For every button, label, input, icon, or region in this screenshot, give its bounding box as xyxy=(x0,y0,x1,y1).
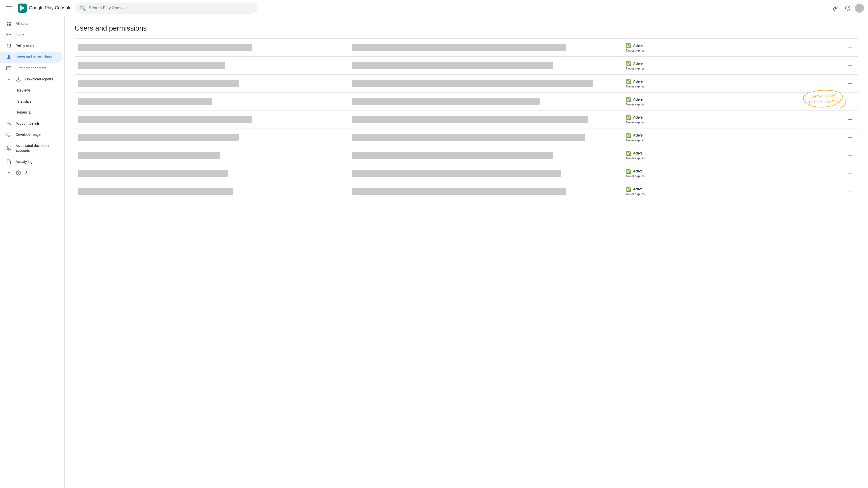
help-icon-button[interactable] xyxy=(843,3,853,13)
navigate-button-2[interactable]: → xyxy=(845,79,855,88)
status-expires: Never expires xyxy=(626,103,777,106)
cell-email-6 xyxy=(349,146,623,164)
sidebar-label-reviews: Reviews xyxy=(17,88,31,93)
sidebar-item-inbox[interactable]: Inbox xyxy=(0,29,62,40)
status-label: Active xyxy=(633,44,643,48)
cell-status-5: ✅ Active Never expires xyxy=(623,128,780,146)
navigate-button-1[interactable]: → xyxy=(845,61,855,70)
sidebar-item-activity-log[interactable]: Activity log xyxy=(0,156,62,167)
account-icon xyxy=(6,121,11,126)
navigate-button-4[interactable]: → xyxy=(845,115,855,124)
cell-status-0: ✅ Active Never expires xyxy=(623,39,780,57)
page-title: Users and permissions xyxy=(75,24,858,32)
navigate-button-5[interactable]: → xyxy=(845,133,855,142)
cell-status-3: ✅ Active Never expires xyxy=(623,92,780,111)
developer-icon xyxy=(6,132,11,137)
sidebar-item-reviews[interactable]: Reviews xyxy=(15,85,62,96)
sidebar-label-download-reports: Download reports xyxy=(25,77,53,82)
status-expires: Never expires xyxy=(626,139,777,142)
navigate-button-7[interactable]: → xyxy=(845,169,855,177)
link-icon xyxy=(833,5,838,11)
cell-email-3 xyxy=(349,92,623,111)
sidebar-item-order-management[interactable]: Order management xyxy=(0,63,62,74)
check-circle-icon: ✅ xyxy=(626,43,631,48)
cell-action-6: → xyxy=(780,146,858,164)
status-cell: ✅ Active Never expires xyxy=(626,186,777,196)
svg-point-20 xyxy=(8,148,9,149)
cell-action-5: → xyxy=(780,128,858,146)
permissions-table: ✅ Active Never expires → ✅ Active Never … xyxy=(75,38,858,200)
cell-status-2: ✅ Active Never expires xyxy=(623,75,780,92)
cell-name-6 xyxy=(75,146,349,164)
status-label: Active xyxy=(633,187,643,191)
check-circle-icon: ✅ xyxy=(626,61,631,66)
svg-rect-2 xyxy=(20,5,21,11)
status-expires: Never expires xyxy=(626,67,777,70)
gear-icon xyxy=(16,170,21,175)
navigate-button-8[interactable]: → xyxy=(845,187,855,196)
cell-name-7 xyxy=(75,164,349,182)
sidebar-label-all-apps: All apps xyxy=(16,21,28,26)
sidebar-item-policy-status[interactable]: Policy status xyxy=(0,40,62,52)
shield-icon xyxy=(6,44,11,49)
cell-name-1 xyxy=(75,57,349,75)
sidebar-item-developer-page[interactable]: Developer page xyxy=(0,129,62,140)
sidebar-item-download-reports[interactable]: ▾ Download reports xyxy=(0,74,62,85)
svg-rect-6 xyxy=(9,22,11,24)
chevron-down-icon: ▾ xyxy=(6,77,11,81)
app-logo[interactable]: Google Play Console xyxy=(18,3,71,12)
svg-point-19 xyxy=(7,147,10,149)
search-bar[interactable]: 🔍 xyxy=(75,2,257,13)
check-circle-icon: ✅ xyxy=(626,79,631,84)
help-icon xyxy=(845,5,850,11)
status-label: Active xyxy=(633,115,643,119)
status-cell: ✅ Active Never expires xyxy=(626,43,777,52)
card-icon xyxy=(6,66,11,71)
document-icon xyxy=(6,159,11,164)
check-circle-icon: ✅ xyxy=(626,186,631,192)
sidebar-label-policy-status: Policy status xyxy=(16,44,36,49)
sidebar-item-users-permissions[interactable]: Users and permissions xyxy=(0,52,62,63)
status-expires: Never expires xyxy=(626,49,777,52)
sidebar-item-financial[interactable]: Financial xyxy=(15,107,62,118)
sidebar-item-all-apps[interactable]: All apps xyxy=(0,18,62,29)
sidebar-item-associated-accounts[interactable]: Associated developer accounts xyxy=(0,140,62,156)
cell-action-0: → xyxy=(780,39,858,57)
status-cell: ✅ Active Never expires xyxy=(626,96,777,106)
target-icon xyxy=(6,146,11,151)
cell-email-1 xyxy=(349,57,623,75)
table-row: ✅ Active Never expires → xyxy=(75,39,858,57)
sidebar-label-activity-log: Activity log xyxy=(16,159,33,164)
check-circle-icon: ✅ xyxy=(626,96,631,102)
status-cell: ✅ Active Never expires xyxy=(626,79,777,88)
sidebar: All apps Inbox Policy status Users and p… xyxy=(0,16,65,488)
status-label: Active xyxy=(633,61,643,65)
cell-status-7: ✅ Active Never expires xyxy=(623,164,780,182)
grid-icon xyxy=(6,21,11,26)
sidebar-label-account-details: Account details xyxy=(16,121,40,126)
link-icon-button[interactable] xyxy=(831,3,841,13)
navigate-button-6[interactable]: → xyxy=(845,151,855,160)
sidebar-item-setup[interactable]: ▾ Setup xyxy=(0,167,62,178)
svg-rect-5 xyxy=(7,22,8,24)
cell-email-5 xyxy=(349,128,623,146)
logo-icon xyxy=(18,3,27,12)
cell-action-4: → xyxy=(780,111,858,128)
table-row: ✅ Active Never expires → xyxy=(75,128,858,146)
search-input[interactable] xyxy=(89,6,253,10)
check-circle-icon: ✅ xyxy=(626,115,631,120)
sidebar-item-account-details[interactable]: Account details xyxy=(0,118,62,129)
inbox-icon xyxy=(6,32,11,37)
menu-button[interactable] xyxy=(4,4,13,12)
user-avatar[interactable] xyxy=(855,3,864,12)
svg-point-23 xyxy=(18,172,19,173)
table-row: ✅ Active Never expires → xyxy=(75,57,858,75)
status-label: Active xyxy=(633,151,643,155)
cell-status-6: ✅ Active Never expires xyxy=(623,146,780,164)
table-row: ✅ Active Never expires → xyxy=(75,75,858,92)
svg-rect-11 xyxy=(6,66,11,70)
navigate-button-0[interactable]: → xyxy=(845,43,855,52)
sidebar-item-statistics[interactable]: Statistics xyxy=(15,96,62,107)
cell-name-4 xyxy=(75,111,349,128)
cell-name-0 xyxy=(75,39,349,57)
